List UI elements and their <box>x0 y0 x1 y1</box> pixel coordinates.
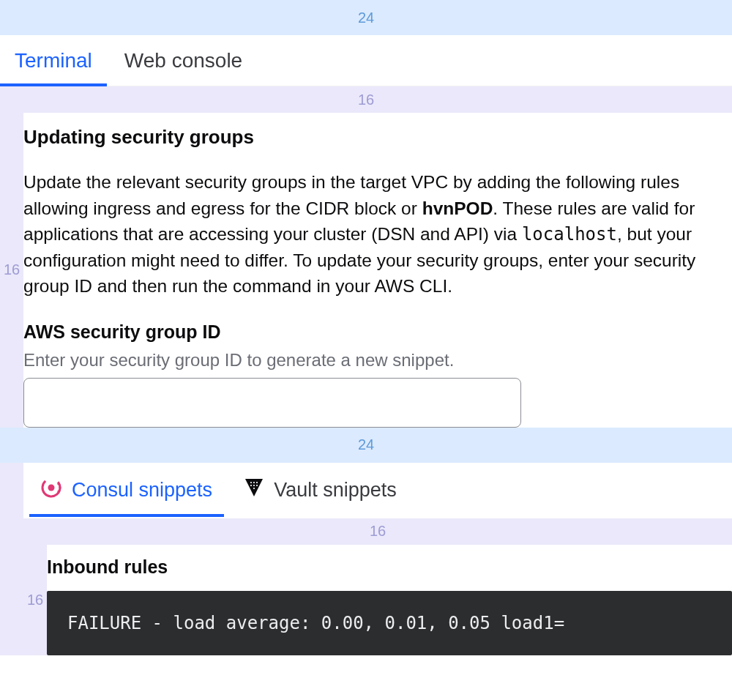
subtab-label: Vault snippets <box>274 479 397 502</box>
security-group-id-input[interactable] <box>23 378 521 428</box>
tab-consul-snippets[interactable]: Consul snippets <box>41 466 212 515</box>
spacing-annotation-16-vertical <box>0 463 23 655</box>
field-label-security-group-id: AWS security group ID <box>23 321 732 343</box>
svg-point-3 <box>59 487 61 489</box>
vault-icon <box>244 478 264 502</box>
svg-point-11 <box>253 488 255 489</box>
tab-terminal[interactable]: Terminal <box>15 37 92 84</box>
svg-point-9 <box>253 485 255 486</box>
spacing-annotation-24: 24 <box>0 0 732 35</box>
spacing-annotation-16: 16 <box>0 86 732 113</box>
svg-point-1 <box>48 485 55 491</box>
tab-vault-snippets[interactable]: Vault snippets <box>244 466 397 514</box>
spacing-annotation-16-vertical: 16 <box>23 545 47 655</box>
section-title: Updating security groups <box>23 126 732 149</box>
section-body: Update the relevant security groups in t… <box>23 169 732 299</box>
field-help-security-group-id: Enter your security group ID to generate… <box>23 350 732 371</box>
spacing-annotation-16-vertical: 16 <box>0 113 23 428</box>
tab-web-console[interactable]: Web console <box>124 37 242 84</box>
inbound-rules-heading: Inbound rules <box>47 545 732 578</box>
svg-point-10 <box>256 485 258 486</box>
spacing-annotation-24: 24 <box>0 428 732 463</box>
snippet-tabs: Consul snippets Vault snippets <box>23 463 732 518</box>
svg-point-2 <box>57 483 59 485</box>
snippet-panel: Inbound rules FAILURE - load average: 0.… <box>47 545 732 655</box>
spacing-annotation-16: 16 <box>23 518 732 545</box>
section-updating-security-groups: Updating security groups Update the rele… <box>23 113 732 428</box>
consul-icon <box>41 477 61 503</box>
code-snippet-inbound: FAILURE - load average: 0.00, 0.01, 0.05… <box>47 591 732 655</box>
svg-point-8 <box>250 485 252 486</box>
svg-point-5 <box>250 482 252 483</box>
subtab-label: Consul snippets <box>72 479 212 502</box>
svg-point-6 <box>253 482 255 483</box>
svg-point-7 <box>256 482 258 483</box>
primary-tabs: Terminal Web console <box>0 35 732 86</box>
svg-point-4 <box>57 491 59 493</box>
